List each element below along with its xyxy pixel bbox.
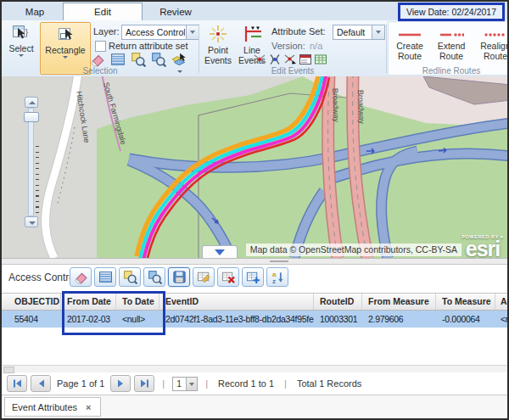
ribbon-separator xyxy=(199,24,199,73)
pagination-separator: | xyxy=(205,378,208,389)
map-basemap: Hitchcock Lane South Farmingdale Broadwa… xyxy=(2,76,507,258)
svg-text:z: z xyxy=(271,277,275,284)
cell-access[interactable]: <n xyxy=(495,311,509,328)
layer-dropdown-arrow[interactable] xyxy=(186,25,199,39)
bottom-tab-bar: Event Attributes × xyxy=(2,395,507,418)
first-page-button[interactable] xyxy=(7,375,27,392)
table-horizontal-scrollbar[interactable] xyxy=(2,365,507,372)
delete-selected-button[interactable] xyxy=(217,267,239,287)
column-header-from-measure[interactable]: From Measure xyxy=(362,294,436,310)
tab-review[interactable]: Review xyxy=(144,4,207,20)
column-header-to-date[interactable]: To Date xyxy=(116,294,159,310)
create-route-button[interactable]: Create Route xyxy=(392,25,428,71)
merge-events-icon[interactable] xyxy=(268,53,282,67)
attribute-table-header: OBJECTID From Date To Date EventID Route… xyxy=(2,293,507,311)
map-zoom-slider[interactable] xyxy=(24,97,40,227)
cell-eventid[interactable]: 2d0742f1-8ad3-11e3-bff8-db2da34f95fe xyxy=(159,311,314,328)
layer-label: Layer: xyxy=(93,26,120,36)
column-header-routeid[interactable]: RouteID xyxy=(314,294,362,310)
view-date-display[interactable]: View Date: 02/24/2017 xyxy=(398,3,505,21)
cell-from-measure[interactable]: 2.979606 xyxy=(362,311,436,328)
cell-to-date[interactable]: <null> xyxy=(116,311,159,328)
column-header-to-measure[interactable]: To Measure xyxy=(436,294,495,310)
extend-route-button[interactable]: Extend Route xyxy=(433,25,470,71)
clear-selection-button[interactable] xyxy=(70,267,92,287)
page-indicator: Page 1 of 1 xyxy=(57,378,104,389)
page-select-arrow[interactable] xyxy=(186,378,197,390)
last-page-button[interactable] xyxy=(134,375,154,392)
return-attribute-checkbox[interactable] xyxy=(95,41,106,52)
tab-event-attributes[interactable]: Event Attributes × xyxy=(4,397,101,417)
panel-toolbar: az xyxy=(70,267,288,287)
open-attribute-editor-button[interactable] xyxy=(193,267,215,287)
sort-records-button[interactable]: az xyxy=(266,267,288,287)
select-dropdown-arrow[interactable] xyxy=(19,54,24,57)
point-events-icon xyxy=(208,24,228,44)
page-select-dropdown[interactable]: 1 xyxy=(172,377,198,391)
selection-group-label: Selection xyxy=(2,66,199,76)
svg-text:}: } xyxy=(25,27,29,37)
split-event-icon[interactable] xyxy=(253,53,267,67)
street-label-broadway-2: Broadway xyxy=(356,90,366,125)
column-header-access[interactable]: Ac xyxy=(495,294,509,310)
app-window: Map Edit Review View Date: 02/24/2017 } … xyxy=(0,0,509,420)
zoom-slider-track[interactable] xyxy=(28,108,34,216)
event-attribute-table-icon[interactable] xyxy=(314,53,328,67)
zoom-to-selected-button[interactable] xyxy=(119,267,141,287)
map-canvas[interactable]: Hitchcock Lane South Farmingdale Broadwa… xyxy=(2,76,507,258)
tab-map[interactable]: Map xyxy=(10,4,59,20)
return-attribute-label: Return attribute set xyxy=(109,41,188,51)
rectangle-dropdown-arrow[interactable] xyxy=(63,56,68,59)
select-tool-button[interactable]: } Select xyxy=(5,23,37,70)
ribbon: } Select Rectangle Layer: Access Control… xyxy=(2,20,507,77)
zoom-out-button[interactable] xyxy=(25,216,38,227)
attribute-set-dropdown-arrow[interactable] xyxy=(372,25,384,39)
attribute-set-label: Attribute Set: xyxy=(271,26,326,36)
column-header-from-date[interactable]: From Date xyxy=(61,294,116,310)
realign-route-button[interactable]: Realign Route xyxy=(477,25,509,71)
pagination-separator: | xyxy=(284,378,287,389)
map-attribution: Map data © OpenStreetMap contributors, C… xyxy=(246,244,461,256)
cell-objectid[interactable]: 55404 xyxy=(2,311,61,328)
tab-edit[interactable]: Edit xyxy=(63,3,143,21)
event-attribute-window-icon[interactable] xyxy=(299,53,313,67)
column-header-objectid[interactable]: OBJECTID xyxy=(2,294,61,310)
cell-routeid[interactable]: 10003301 xyxy=(314,311,362,328)
edit-events-group-label: Edit Events xyxy=(202,66,383,76)
cell-to-measure[interactable]: -0.000064 xyxy=(436,311,495,328)
realign-route-icon xyxy=(484,30,507,40)
split-event-arrows-icon[interactable] xyxy=(283,53,298,67)
line-events-icon xyxy=(242,24,262,44)
zoom-in-button[interactable] xyxy=(25,97,38,108)
total-records-text: Total 1 Records xyxy=(297,378,361,389)
zoom-slider-ticks xyxy=(36,146,39,214)
table-row-selected[interactable]: 55404 2017-02-03 <null> 2d0742f1-8ad3-11… xyxy=(2,311,507,328)
previous-page-button[interactable] xyxy=(31,375,51,392)
panel-title: Access Control xyxy=(8,272,77,283)
save-results-button[interactable] xyxy=(168,267,190,287)
panel-collapse-tab[interactable] xyxy=(202,245,238,258)
extend-route-icon xyxy=(439,30,464,40)
version-value: n/a xyxy=(310,41,322,51)
attribute-set-dropdown[interactable]: Default xyxy=(333,25,385,40)
close-tab-icon[interactable]: × xyxy=(86,402,91,412)
rectangle-tool-icon xyxy=(56,25,75,44)
ribbon-separator xyxy=(386,24,387,73)
attribute-set-button[interactable] xyxy=(94,267,116,287)
zoom-slider-handle[interactable] xyxy=(24,112,39,122)
add-to-table-button[interactable] xyxy=(242,267,264,287)
splitter-grip[interactable] xyxy=(270,260,288,262)
redline-routes-group-label: Redline Routes xyxy=(388,66,509,76)
cell-from-date[interactable]: 2017-02-03 xyxy=(61,311,116,328)
column-header-eventid[interactable]: EventID xyxy=(159,294,314,310)
create-route-icon xyxy=(397,30,422,40)
next-page-button[interactable] xyxy=(110,375,131,392)
point-events-button[interactable]: Point Events xyxy=(202,23,234,72)
select-tool-icon: } xyxy=(12,24,31,42)
pan-to-selected-button[interactable] xyxy=(143,267,165,287)
panel-splitter[interactable] xyxy=(2,258,507,265)
table-pagination: Page 1 of 1 | 1 | Record 1 to 1 | Total … xyxy=(2,372,507,395)
esri-logo: POWERED BY ● esri xyxy=(461,234,505,258)
street-label-broadway-1: Broadway xyxy=(331,88,340,123)
layer-dropdown[interactable]: Access Control xyxy=(121,25,199,40)
